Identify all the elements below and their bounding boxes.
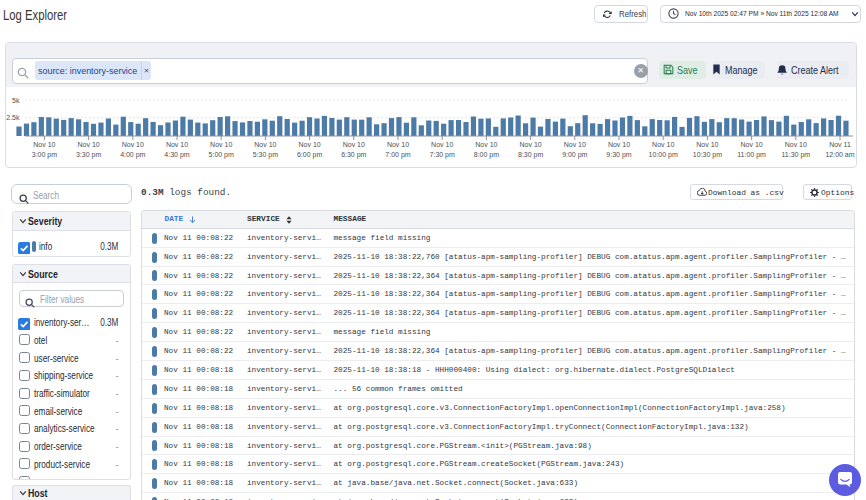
svg-text:Nov 10: Nov 10 [431, 141, 453, 148]
svg-text:12:00 am: 12:00 am [825, 151, 854, 158]
svg-text:Nov 11: Nov 11 [829, 141, 851, 148]
svg-text:5:30 pm: 5:30 pm [253, 151, 278, 159]
svg-text:Nov 10: Nov 10 [475, 141, 497, 148]
svg-text:4:00 pm: 4:00 pm [120, 151, 145, 159]
svg-text:6:30 pm: 6:30 pm [341, 151, 366, 159]
svg-text:Nov 10: Nov 10 [520, 141, 542, 148]
svg-text:10:30 pm: 10:30 pm [693, 151, 722, 159]
svg-text:5k: 5k [12, 97, 20, 104]
svg-text:Nov 10: Nov 10 [343, 141, 365, 148]
svg-text:Nov 10: Nov 10 [785, 141, 807, 148]
svg-text:7:30 pm: 7:30 pm [430, 151, 455, 159]
svg-text:Nov 10: Nov 10 [608, 141, 630, 148]
svg-text:Nov 10: Nov 10 [33, 141, 55, 148]
svg-text:7:00 pm: 7:00 pm [385, 151, 410, 159]
svg-text:Nov 10: Nov 10 [210, 141, 232, 148]
svg-text:6:00 pm: 6:00 pm [297, 151, 322, 159]
svg-text:8:00 pm: 8:00 pm [474, 151, 499, 159]
svg-text:Nov 10: Nov 10 [78, 141, 100, 148]
svg-text:Nov 10: Nov 10 [741, 141, 763, 148]
svg-text:Nov 10: Nov 10 [696, 141, 718, 148]
svg-text:2.5k: 2.5k [6, 114, 20, 121]
svg-text:3:00 pm: 3:00 pm [32, 151, 57, 159]
svg-text:11:30 pm: 11:30 pm [781, 151, 810, 159]
svg-text:Nov 10: Nov 10 [254, 141, 276, 148]
svg-text:8:30 pm: 8:30 pm [518, 151, 543, 159]
svg-text:10:00 pm: 10:00 pm [649, 151, 678, 159]
svg-text:Nov 10: Nov 10 [299, 141, 321, 148]
svg-text:5:00 pm: 5:00 pm [209, 151, 234, 159]
svg-text:9:30 pm: 9:30 pm [606, 151, 631, 159]
svg-text:3:30 pm: 3:30 pm [76, 151, 101, 159]
svg-text:Nov 10: Nov 10 [122, 141, 144, 148]
svg-text:Nov 10: Nov 10 [652, 141, 674, 148]
svg-text:11:00 pm: 11:00 pm [737, 151, 766, 159]
svg-text:4:30 pm: 4:30 pm [164, 151, 189, 159]
svg-text:Nov 10: Nov 10 [387, 141, 409, 148]
svg-text:Nov 10: Nov 10 [564, 141, 586, 148]
svg-text:9:00 pm: 9:00 pm [562, 151, 587, 159]
svg-text:Nov 10: Nov 10 [166, 141, 188, 148]
